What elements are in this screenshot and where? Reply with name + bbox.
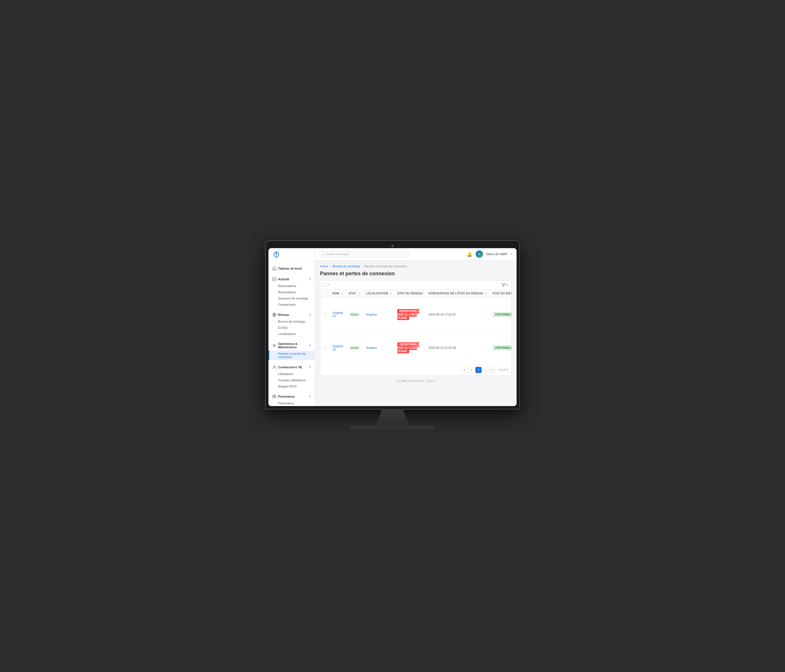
sidebar-tableau-bord[interactable]: Tableau de bord (269, 265, 315, 272)
sidebar-item-autorisations[interactable]: Autorisations (269, 289, 315, 295)
row-checkbox-0[interactable] (323, 313, 327, 316)
reseau-chevron: ▾ (309, 313, 311, 316)
reseau-icon (272, 313, 276, 317)
sidebar-section-conducteurs: Conducteurs VE ▾ Utilisateurs Groupes ut… (269, 362, 315, 391)
sidebar-item-partenaires[interactable]: Partenaires (269, 400, 315, 406)
operations-label: Opérations & Maintenance (278, 342, 308, 349)
row-checkbox-1[interactable] (323, 346, 327, 350)
breadcrumb-current: Pannes et pertes de connexion (364, 264, 407, 268)
select-all-checkbox[interactable]: ▾ (324, 283, 330, 287)
search-icon: ⌕ (322, 252, 325, 256)
row-materiel-badge-1: DISPONIBLE (493, 345, 511, 350)
user-menu-chevron[interactable]: ▾ (511, 253, 512, 255)
page-last-btn[interactable]: » (489, 367, 496, 373)
row-reseau-badge-1: INDISPONIBLE SUR LE LONG TERME (397, 342, 419, 353)
monitor-stand-base (350, 426, 435, 431)
sidebar: Tableau de bord Activité ▾ (269, 248, 315, 406)
sidebar-section-partenaires: Partenaires ▾ Partenaires Invitations de… (269, 391, 315, 406)
bell-icon[interactable]: 🔔 (467, 252, 472, 257)
row-nom-link-0[interactable]: Sogeba 24 (332, 311, 343, 318)
sidebar-item-transactions[interactable]: Transactions (269, 302, 315, 308)
filter-button[interactable]: ▾ (502, 283, 508, 287)
activite-icon (272, 277, 276, 281)
user-name-label: Demo EV MAP (486, 252, 507, 256)
row-etat-badge-1: Activé (349, 346, 360, 350)
row-nom-link-1[interactable]: Sogeba 23 (332, 344, 343, 351)
user-icon (272, 365, 276, 369)
sidebar-item-pannes[interactable]: Pannes et pertes de connexion (269, 350, 315, 360)
footer-text: EV MAP © 2018-2024 · v3.10.7 (320, 380, 511, 383)
sidebar-item-badges[interactable]: Badges RFID (269, 383, 315, 389)
search-placeholder: Press / to search (326, 252, 350, 256)
page-first-btn[interactable]: « (461, 367, 468, 373)
evmap-logo-icon (272, 252, 280, 259)
partenaires-label: Partenaires (278, 395, 295, 398)
row-localisation-link-1[interactable]: Sogeba (366, 346, 377, 349)
monitor-stand-neck (375, 409, 410, 426)
row-materiel-badge-0: DISPONIBLE (493, 312, 511, 317)
sidebar-item-groupes[interactable]: Groupes utilisateurs (269, 377, 315, 383)
sidebar-reseau-header[interactable]: Réseau ▾ (269, 311, 315, 318)
table-container: ▾ ▾ (320, 281, 511, 376)
filter-icon (502, 283, 505, 287)
sidebar-section-reseau: Réseau ▾ Bornes de recharge EVSEs Locali… (269, 309, 315, 339)
sidebar-item-utilisateurs[interactable]: Utilisateurs (269, 371, 315, 377)
app-header: ⌕ Press / to search 🔔 D Demo EV MAP ▾ (315, 248, 516, 261)
breadcrumb-bornes[interactable]: Bornes de recharge (333, 264, 360, 268)
breadcrumb: Home › Bornes de recharge › Pannes et pe… (320, 264, 511, 268)
sidebar-item-evses[interactable]: EVSEs (269, 325, 315, 331)
monitor-camera (391, 245, 394, 247)
reseau-label: Réseau (278, 313, 289, 316)
sidebar-item-sessions[interactable]: Sessions de recharge (269, 295, 315, 302)
header-right: 🔔 D Demo EV MAP ▾ (467, 250, 512, 258)
col-nom[interactable]: NOM ▲▼ (330, 289, 346, 298)
row-etat-badge-0: Activé (349, 313, 360, 317)
page-count: 1-2 of 2 (498, 368, 508, 371)
page-title: Pannes et pertes de connexion (320, 271, 511, 277)
content-wrapper: ⌕ Press / to search 🔔 D Demo EV MAP ▾ (315, 248, 516, 406)
sidebar-section-activite: Activité ▾ Réservations Autorisations Se… (269, 274, 315, 309)
data-table: NOM ▲▼ ÉTAT ▲▼ LOCALISATION (320, 289, 511, 364)
sidebar-item-localisations[interactable]: Localisations (269, 331, 315, 337)
search-bar[interactable]: ⌕ Press / to search (319, 251, 410, 258)
table-toolbar: ▾ ▾ (320, 281, 511, 289)
sidebar-conducteurs-header[interactable]: Conducteurs VE ▾ (269, 364, 315, 371)
sidebar-operations-header[interactable]: Opérations & Maintenance ▾ (269, 341, 315, 350)
sidebar-section-dashboard: Tableau de bord (269, 263, 315, 274)
svg-point-3 (274, 345, 275, 346)
main-content: Home › Bornes de recharge › Pannes et pe… (315, 261, 516, 406)
page-prev-btn[interactable]: ‹ (468, 367, 475, 373)
row-horodatage-1: 2024-05-23 21:52:36 (428, 346, 456, 349)
row-reseau-badge-0: INDISPONIBLE SUR LE LONG TERME (397, 309, 419, 320)
sidebar-partenaires-header[interactable]: Partenaires ▾ (269, 393, 315, 400)
col-horodatage[interactable]: HORODATAGE DE L'ÉTAT DU RÉSEAU ▲▼ (426, 289, 490, 298)
partenaires-chevron: ▾ (309, 395, 311, 398)
filter-chevron: ▾ (507, 283, 508, 286)
col-etat[interactable]: ÉTAT ▲▼ (346, 289, 363, 298)
sidebar-section-operations: Opérations & Maintenance ▾ Pannes et per… (269, 339, 315, 362)
svg-rect-5 (273, 395, 274, 398)
operations-chevron: ▾ (309, 344, 311, 347)
breadcrumb-home[interactable]: Home (320, 264, 328, 268)
tableau-bord-label: Tableau de bord (278, 267, 302, 270)
sidebar-item-bornes[interactable]: Bornes de recharge (269, 318, 315, 325)
page-1-btn[interactable]: 1 (475, 367, 482, 373)
table-header-row: NOM ▲▼ ÉTAT ▲▼ LOCALISATION (320, 289, 511, 298)
checkbox-box (324, 283, 327, 287)
col-localisation[interactable]: LOCALISATION ▲▼ (363, 289, 394, 298)
row-horodatage-0: 2024-05-24 17:52:57 (428, 313, 456, 316)
activite-label: Activité (278, 278, 289, 281)
svg-point-4 (274, 366, 275, 367)
svg-rect-6 (275, 395, 276, 398)
conducteurs-chevron: ▾ (309, 366, 311, 369)
row-localisation-link-0[interactable]: Sogeba (366, 313, 377, 316)
col-materiel[interactable]: ÉTAT DU MATÉRIEL (490, 289, 511, 298)
sidebar-activite-header[interactable]: Activité ▾ (269, 275, 315, 283)
sidebar-item-reservations[interactable]: Réservations (269, 283, 315, 289)
col-reseau[interactable]: ÉTAT DU RÉSEAU (394, 289, 426, 298)
sidebar-logo-area (269, 248, 315, 263)
page-next-btn[interactable]: › (482, 367, 489, 373)
checkbox-dropdown-arrow[interactable]: ▾ (328, 283, 330, 286)
user-avatar: D (476, 250, 483, 258)
partenaires-icon (272, 394, 276, 399)
